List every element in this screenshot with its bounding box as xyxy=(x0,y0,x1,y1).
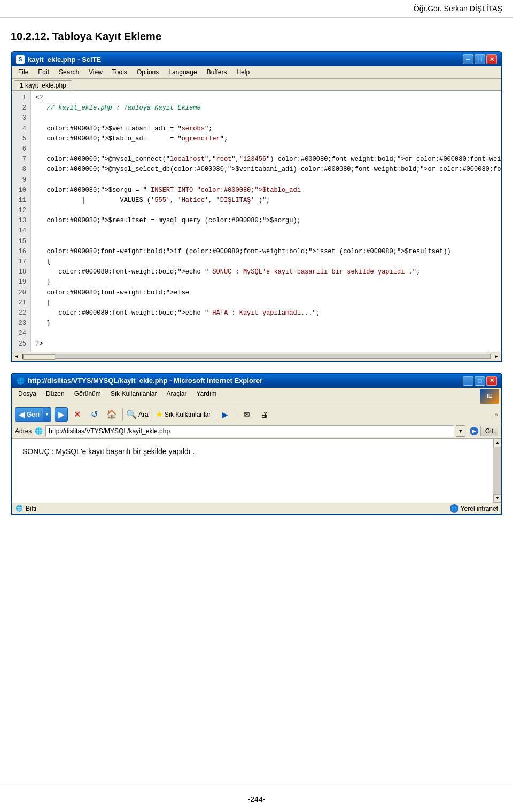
line-number: 15 xyxy=(16,237,26,247)
ie-menu-yardim[interactable]: Yardım xyxy=(192,389,221,404)
code-line: color:#000080;">$sorgu = " INSERT INTO "… xyxy=(35,185,501,196)
code-line: color:#000080;">$veritabani_adi = "serob… xyxy=(35,124,501,134)
ie-titlebar: 🌐 http://dislitas/VTYS/MYSQL/kayit_ekle.… xyxy=(12,374,501,388)
forward-button[interactable]: ▶ xyxy=(55,407,68,422)
code-line xyxy=(35,237,501,247)
scite-window-controls: ─ □ ✕ xyxy=(463,54,497,64)
home-button[interactable]: 🏠 xyxy=(104,407,119,422)
code-line: | VALUES ('555', 'Hatice', 'DİŞLİTAŞ' )"… xyxy=(35,196,501,206)
stop-button[interactable]: ✕ xyxy=(70,407,85,422)
maximize-button[interactable]: □ xyxy=(475,54,485,64)
favorites-button[interactable]: ★ Sık Kullanılanlar xyxy=(156,409,211,419)
menu-edit[interactable]: Edit xyxy=(34,67,53,77)
ie-app-icon: 🌐 xyxy=(16,377,25,385)
refresh-button[interactable]: ↺ xyxy=(87,407,102,422)
scroll-thumb[interactable] xyxy=(23,354,55,360)
line-numbers: 1234567891011121314151617181920212223242… xyxy=(12,91,31,352)
code-line xyxy=(35,144,501,154)
line-number: 16 xyxy=(16,247,26,257)
code-line: } xyxy=(35,318,501,329)
line-number: 4 xyxy=(16,124,26,134)
scite-titlebar: S kayit_ekle.php - SciTE ─ □ ✕ xyxy=(12,52,501,66)
code-line: } xyxy=(35,277,501,287)
ie-menubar: Dosya Düzen Görünüm Sık Kullanılanlar Ar… xyxy=(12,388,501,405)
scite-code-content: 1234567891011121314151617181920212223242… xyxy=(12,91,501,352)
menu-search[interactable]: Search xyxy=(55,67,83,77)
address-dropdown-button[interactable]: ▼ xyxy=(456,425,465,437)
menu-file[interactable]: File xyxy=(14,67,33,77)
scite-title-text: kayit_ekle.php - SciTE xyxy=(28,56,101,64)
line-number: 17 xyxy=(16,257,26,267)
close-button[interactable]: ✕ xyxy=(486,54,497,64)
line-number: 23 xyxy=(16,318,26,329)
code-line: color:#000080;">$tablo_adi = "ogrenciler… xyxy=(35,134,501,144)
mail-button[interactable]: ✉ xyxy=(239,407,254,422)
code-lines: <? // kayit_ekle.php : Tabloya Kayıt Ekl… xyxy=(31,91,501,352)
media-button[interactable]: ▶ xyxy=(217,407,232,422)
menu-options[interactable]: Options xyxy=(133,67,163,77)
ie-maximize-button[interactable]: □ xyxy=(475,376,485,386)
back-button-group[interactable]: ◀ Geri ▼ xyxy=(15,407,51,422)
minimize-button[interactable]: ─ xyxy=(463,54,473,64)
code-line: color:#000080;">$resultset = mysql_query… xyxy=(35,216,501,226)
code-line: <? xyxy=(35,93,501,103)
code-line: color:#000080;font-weight:bold;">echo " … xyxy=(35,267,501,277)
ie-toolbar: ◀ Geri ▼ ▶ ✕ ↺ 🏠 🔍 Ara ★ xyxy=(12,405,501,424)
toolbar-more-button[interactable]: » xyxy=(495,411,498,418)
code-line: ?> xyxy=(35,339,501,349)
address-input[interactable] xyxy=(45,425,453,437)
back-button[interactable]: ◀ Geri xyxy=(15,407,43,422)
ie-status-left: 🌐 Bitti xyxy=(15,504,36,513)
line-number: 9 xyxy=(16,175,26,185)
menu-buffers[interactable]: Buffers xyxy=(203,67,231,77)
ie-minimize-button[interactable]: ─ xyxy=(463,376,473,386)
go-icon: ▶ xyxy=(470,427,478,435)
go-button[interactable]: Git xyxy=(480,426,498,436)
menu-tools[interactable]: Tools xyxy=(108,67,131,77)
menu-view[interactable]: View xyxy=(84,67,107,77)
page-author: Öğr.Gör. Serkan DİŞLİTAŞ xyxy=(0,0,513,18)
ie-menu-sikkullan[interactable]: Sık Kullanılanlar xyxy=(106,389,161,404)
ie-menu-araclar[interactable]: Araçlar xyxy=(162,389,191,404)
search-button[interactable]: 🔍 Ara xyxy=(126,409,149,419)
scroll-track-vertical[interactable] xyxy=(493,447,501,494)
scite-window: S kayit_ekle.php - SciTE ─ □ ✕ File Edit… xyxy=(11,51,502,362)
code-line: color:#000000;">@mysql_select_db(color:#… xyxy=(35,165,501,175)
code-line: { xyxy=(35,257,501,267)
ie-title-text: http://dislitas/VTYS/MYSQL/kayit_ekle.ph… xyxy=(28,377,262,385)
scroll-up-button[interactable]: ▲ xyxy=(493,439,502,447)
intranet-text: Yerel intranet xyxy=(461,505,498,512)
line-number: 25 xyxy=(16,339,26,349)
toolbar-separator-4 xyxy=(236,408,236,421)
line-number: 5 xyxy=(16,134,26,144)
ie-menu-dosya[interactable]: Dosya xyxy=(14,389,41,404)
toolbar-separator-3 xyxy=(214,408,214,421)
ie-content-wrapper: SONUÇ : MySQL'e kayıt başarılı bir şekil… xyxy=(12,439,501,503)
menu-language[interactable]: Language xyxy=(164,67,201,77)
print-button[interactable]: 🖨 xyxy=(256,407,271,422)
ie-status-icon: 🌐 xyxy=(15,504,24,513)
ie-address-bar: Adres 🌐 ▼ ▶ Git xyxy=(12,424,501,439)
scite-code-area[interactable]: 1234567891011121314151617181920212223242… xyxy=(12,91,501,361)
toolbar-separator-1 xyxy=(122,408,123,421)
ie-scrollbar-right[interactable]: ▲ ▼ xyxy=(493,439,501,503)
scroll-left-button[interactable]: ◀ xyxy=(12,352,21,361)
line-number: 24 xyxy=(16,329,26,339)
ie-close-button[interactable]: ✕ xyxy=(486,376,497,386)
ie-menu-goruntum[interactable]: Görünüm xyxy=(70,389,105,404)
scroll-right-button[interactable]: ▶ xyxy=(492,352,501,361)
ie-menu-duzen[interactable]: Düzen xyxy=(42,389,69,404)
line-number: 14 xyxy=(16,226,26,236)
intranet-icon: 🌐 xyxy=(450,504,458,513)
scroll-track[interactable] xyxy=(22,354,491,359)
menu-help[interactable]: Help xyxy=(232,67,254,77)
section-title: 10.2.12. Tabloya Kayıt Ekleme xyxy=(0,18,513,51)
page-footer: -244- xyxy=(0,786,513,812)
scroll-down-button[interactable]: ▼ xyxy=(493,494,502,503)
horizontal-scrollbar[interactable]: ◀ ▶ xyxy=(12,352,501,361)
line-number: 20 xyxy=(16,288,26,298)
back-dropdown-button[interactable]: ▼ xyxy=(43,407,51,422)
code-line: color:#000000;">@mysql_connect("localhos… xyxy=(35,154,501,165)
scite-tab-1[interactable]: 1 kayit_ekle.php xyxy=(14,80,72,90)
code-line xyxy=(35,329,501,339)
